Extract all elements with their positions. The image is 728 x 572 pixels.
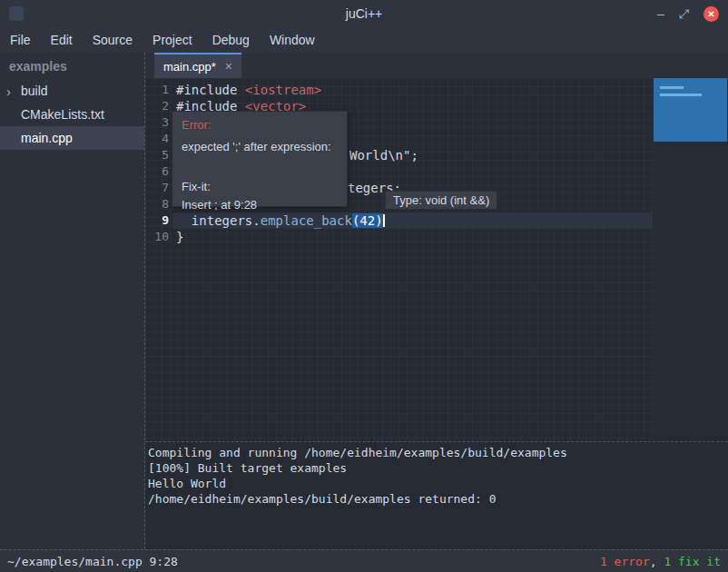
terminal-line: Hello World [148, 476, 726, 491]
operator: . [252, 213, 260, 228]
menubar: File Edit Source Project Debug Window [0, 27, 728, 53]
include-header: <iostream> [245, 83, 321, 97]
tab-label: main.cpp* [163, 60, 216, 74]
fixit-text: Insert ; at 9:28 [182, 197, 338, 213]
code-editor[interactable]: 1 2 3 4 5 6 7 8 9 10 #include <iostream>… [145, 78, 728, 441]
error-message: expected ';' after expression: [182, 139, 338, 155]
menu-source[interactable]: Source [83, 30, 143, 50]
statusbar: ~/examples/main.cpp 9:28 1 error, 1 fix … [0, 549, 728, 572]
tree-item-label: main.cpp [21, 131, 73, 145]
minimize-button[interactable]: – [657, 6, 664, 21]
line-number-gutter: 1 2 3 4 5 6 7 8 9 10 [145, 82, 169, 245]
method-name: emplace_back [261, 213, 352, 228]
preview-line [660, 94, 702, 96]
app-window: juCi++ – ⤢ ✕ File Edit Source Project De… [0, 0, 728, 572]
line-number: 4 [145, 131, 169, 147]
status-fixit-count: 1 fix it [664, 555, 721, 568]
line-number: 1 [145, 82, 169, 98]
close-button[interactable]: ✕ [703, 6, 719, 22]
preprocessor-directive: #include [176, 83, 245, 97]
tree-item-cmakelists[interactable]: CMakeLists.txt [0, 103, 144, 126]
line-number: 6 [145, 163, 169, 180]
status-diagnostics: 1 error, 1 fix it [600, 555, 721, 568]
blue-preview-panel [654, 78, 727, 142]
tab-maincpp[interactable]: main.cpp* × [154, 53, 241, 78]
tree-item-maincpp[interactable]: main.cpp [0, 126, 144, 150]
tab-close-icon[interactable]: × [225, 59, 232, 74]
restore-button[interactable]: ⤢ [679, 6, 689, 22]
code-line-1: #include <iostream> [176, 82, 385, 98]
indent [176, 213, 192, 228]
preview-line [660, 86, 684, 89]
error-title: Error: [182, 117, 338, 133]
output-terminal[interactable]: Compiling and running /home/eidheim/exam… [145, 441, 728, 549]
file-tree-sidebar: examples › build CMakeLists.txt main.cpp [0, 53, 145, 549]
menu-file[interactable]: File [0, 30, 41, 50]
code-line-10: } [176, 229, 385, 245]
text-cursor [383, 214, 385, 227]
line-number: 7 [145, 180, 169, 196]
line-number: 3 [145, 114, 169, 131]
line-number-current: 9 [145, 212, 169, 229]
terminal-line: Compiling and running /home/eidheim/exam… [148, 445, 726, 460]
tabbar: main.cpp* × [145, 53, 728, 78]
chevron-right-icon[interactable]: › [6, 84, 21, 98]
terminal-line: /home/eidheim/examples/build/examples re… [148, 491, 726, 507]
fixit-label: Fix-it: [182, 179, 338, 195]
terminal-line: [100%] Built target examples [148, 460, 726, 476]
menu-project[interactable]: Project [143, 30, 202, 50]
editor-column: main.cpp* × 1 2 3 4 5 6 7 8 9 1 [145, 53, 728, 549]
menu-debug[interactable]: Debug [202, 30, 260, 50]
status-separator: , [650, 555, 664, 568]
project-name: examples [0, 53, 144, 79]
line-number: 5 [145, 147, 169, 163]
brace: } [176, 230, 183, 244]
code-fragment-line5: World\n"; [349, 147, 418, 163]
identifier: integers [192, 213, 252, 228]
app-icon [9, 6, 24, 21]
menu-window[interactable]: Window [260, 30, 325, 50]
status-error-count: 1 error [600, 555, 650, 568]
code-line-9: integers.emplace_back(42) [176, 212, 385, 229]
matched-paren: ) [375, 213, 382, 228]
line-number: 2 [145, 98, 169, 114]
status-file-location: ~/examples/main.cpp 9:28 [7, 555, 178, 568]
tree-item-build[interactable]: › build [0, 79, 144, 103]
menu-edit[interactable]: Edit [41, 30, 83, 50]
titlebar[interactable]: juCi++ – ⤢ ✕ [0, 0, 728, 27]
tree-item-label: build [21, 84, 48, 98]
line-number: 10 [145, 229, 169, 245]
window-title: juCi++ [0, 6, 728, 21]
tree-item-label: CMakeLists.txt [21, 107, 104, 122]
window-controls: – ⤢ ✕ [657, 6, 719, 22]
main-area: examples › build CMakeLists.txt main.cpp… [0, 53, 728, 549]
line-number: 8 [145, 196, 169, 212]
number-literal: 42 [359, 213, 375, 228]
error-tooltip-popup: Error: expected ';' after expression: Fi… [172, 111, 348, 207]
type-info-tooltip: Type: void (int &&) [385, 191, 497, 210]
